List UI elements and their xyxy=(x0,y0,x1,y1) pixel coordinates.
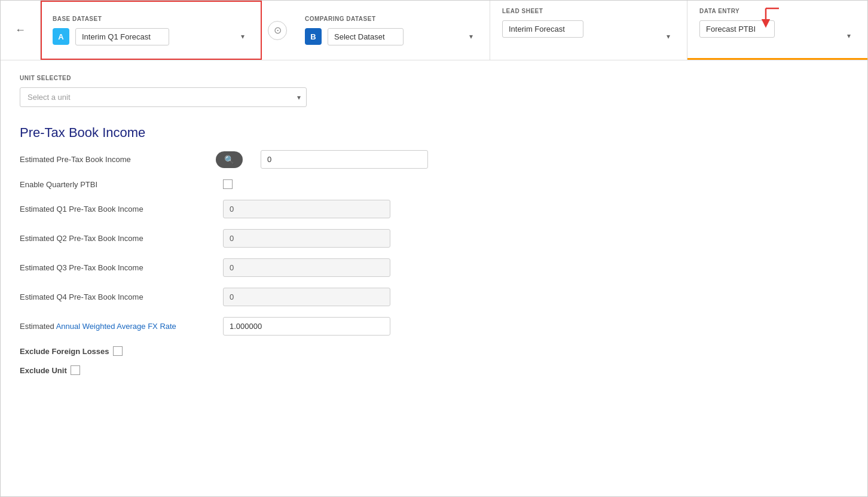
enable-quarterly-label: Enable Quarterly PTBI xyxy=(20,180,211,189)
comparing-dataset-label: COMPARING DATASET xyxy=(305,16,478,22)
estimated-pretax-row: Estimated Pre-Tax Book Income 🔍 0 xyxy=(20,150,848,169)
comparing-dataset-row: B Select Dataset xyxy=(305,28,478,45)
base-dataset-row: A Interim Q1 Forecast xyxy=(53,28,249,45)
exclude-foreign-losses-row: Exclude Foreign Losses xyxy=(20,346,848,356)
exclude-foreign-losses-checkbox[interactable] xyxy=(113,346,123,356)
q4-input[interactable] xyxy=(223,288,390,306)
comparing-dataset-select-wrapper: Select Dataset xyxy=(328,28,478,45)
data-entry-section: DATA ENTRY Forecast PTBI xyxy=(687,1,867,60)
fx-label: Estimated Annual Weighted Average FX Rat… xyxy=(20,322,211,331)
estimated-pretax-input[interactable]: 0 xyxy=(261,150,428,169)
fx-label-highlight: Annual Weighted Average FX Rate xyxy=(56,322,176,331)
back-button-area: ← xyxy=(1,1,41,60)
search-button[interactable]: 🔍 xyxy=(216,151,243,168)
comparing-dataset-badge: B xyxy=(305,28,322,45)
exclude-foreign-losses-label: Exclude Foreign Losses xyxy=(20,347,109,356)
exclude-unit-row: Exclude Unit xyxy=(20,365,848,375)
lead-sheet-section: LEAD SHEET Interim Forecast xyxy=(490,1,687,60)
q2-row: Estimated Q2 Pre-Tax Book Income xyxy=(20,229,848,248)
unit-select[interactable]: Select a unit xyxy=(20,87,307,107)
q4-row: Estimated Q4 Pre-Tax Book Income xyxy=(20,288,848,306)
q1-row: Estimated Q1 Pre-Tax Book Income xyxy=(20,200,848,218)
section-title: Pre-Tax Book Income xyxy=(20,125,848,141)
estimated-pretax-label-text: Estimated Pre-Tax Book Income xyxy=(20,155,131,164)
top-bar: ← BASE DATASET A Interim Q1 Forecast ⊙ C… xyxy=(1,1,867,60)
app-container: ← BASE DATASET A Interim Q1 Forecast ⊙ C… xyxy=(0,0,868,497)
fx-input[interactable] xyxy=(223,317,390,336)
q3-label: Estimated Q3 Pre-Tax Book Income xyxy=(20,263,211,272)
base-dataset-select-wrapper: Interim Q1 Forecast xyxy=(75,28,249,45)
exclude-unit-checkbox[interactable] xyxy=(71,365,80,375)
lead-sheet-select-wrapper: Interim Forecast xyxy=(502,20,675,53)
comparing-dataset-select[interactable]: Select Dataset xyxy=(328,28,404,45)
base-dataset-badge: A xyxy=(53,28,69,45)
q2-label: Estimated Q2 Pre-Tax Book Income xyxy=(20,234,211,243)
arrow-indicator xyxy=(760,5,784,32)
unit-select-wrapper: Select a unit xyxy=(20,87,307,107)
enable-quarterly-checkbox[interactable] xyxy=(223,179,233,189)
fx-row: Estimated Annual Weighted Average FX Rat… xyxy=(20,317,848,336)
estimated-pretax-label: Estimated Pre-Tax Book Income xyxy=(20,155,211,164)
unit-label: UNIT SELECTED xyxy=(20,75,848,81)
form-section: Pre-Tax Book Income Estimated Pre-Tax Bo… xyxy=(20,125,848,375)
q1-label: Estimated Q1 Pre-Tax Book Income xyxy=(20,205,211,214)
unit-section: UNIT SELECTED Select a unit xyxy=(20,75,848,107)
q2-input[interactable] xyxy=(223,229,390,248)
comparing-dataset-section: COMPARING DATASET B Select Dataset xyxy=(293,1,490,60)
q1-input[interactable] xyxy=(223,200,390,218)
link-icon-area: ⊙ xyxy=(262,1,293,60)
base-dataset-label: BASE DATASET xyxy=(53,16,249,22)
back-button[interactable]: ← xyxy=(10,22,30,39)
base-dataset-select[interactable]: Interim Q1 Forecast xyxy=(75,28,169,45)
main-content: UNIT SELECTED Select a unit Pre-Tax Book… xyxy=(1,60,867,496)
base-dataset-section: BASE DATASET A Interim Q1 Forecast xyxy=(41,1,262,60)
search-icon: 🔍 xyxy=(224,155,234,164)
q3-input[interactable] xyxy=(223,258,390,277)
lead-sheet-select[interactable]: Interim Forecast xyxy=(502,20,583,38)
enable-quarterly-row: Enable Quarterly PTBI xyxy=(20,179,848,189)
exclude-unit-label: Exclude Unit xyxy=(20,366,67,375)
q4-label: Estimated Q4 Pre-Tax Book Income xyxy=(20,292,211,301)
lead-sheet-label: LEAD SHEET xyxy=(502,8,675,14)
link-icon[interactable]: ⊙ xyxy=(268,21,287,40)
q3-row: Estimated Q3 Pre-Tax Book Income xyxy=(20,258,848,277)
